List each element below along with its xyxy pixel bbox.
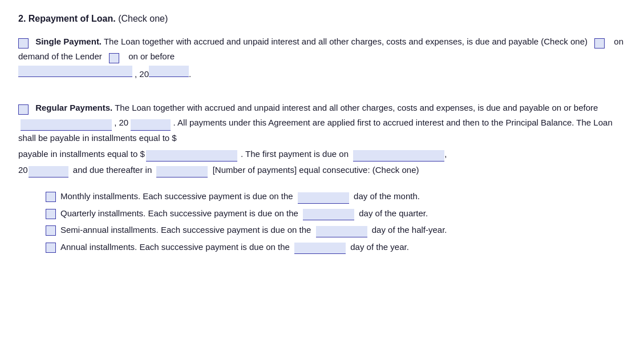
semiannual-day-input[interactable] <box>316 226 367 237</box>
regular-due-date-input[interactable] <box>21 119 112 131</box>
semiannual-suffix: day of the half-year. <box>372 225 447 235</box>
regular-payments-para1: Regular Payments. The Loan together with… <box>18 100 626 146</box>
monthly-content: Monthly installments. Each successive pa… <box>60 189 626 204</box>
first-payment-year-input[interactable] <box>29 166 68 177</box>
single-payment-checkbox[interactable] <box>18 38 29 49</box>
annual-content: Annual installments. Each successive pay… <box>60 240 626 255</box>
title-note: (Check one) <box>118 14 168 23</box>
regular-payments-checkbox[interactable] <box>18 104 29 115</box>
installment-options: Monthly installments. Each successive pa… <box>18 189 626 254</box>
demand-lender-checkbox[interactable] <box>594 38 605 49</box>
quarterly-label: Quarterly installments. Each successive … <box>60 208 298 218</box>
annual-checkbox[interactable] <box>46 243 56 253</box>
installment-amount-input[interactable] <box>146 150 237 162</box>
monthly-suffix: day of the month. <box>354 191 420 201</box>
single-payment-year-prefix: , 20 <box>135 67 149 82</box>
single-payment-date-input[interactable] <box>18 66 132 77</box>
monthly-checkbox[interactable] <box>46 192 56 202</box>
semiannual-content: Semi-annual installments. Each successiv… <box>60 223 626 237</box>
single-payment-year-input[interactable] <box>149 66 189 77</box>
monthly-label: Monthly installments. Each successive pa… <box>60 191 293 201</box>
annual-installment-item: Annual installments. Each successive pay… <box>46 240 626 255</box>
regular-payments-label: Regular Payments. <box>35 103 112 112</box>
regular-text4: . The first payment is due on <box>241 149 349 159</box>
annual-day-input[interactable] <box>294 243 346 254</box>
annual-label: Annual installments. Each successive pay… <box>60 242 290 252</box>
title-text: 2. Repayment of Loan. <box>18 14 116 23</box>
regular-year-prefix: , 20 <box>114 118 128 127</box>
single-payment-block: Single Payment. The Loan together with a… <box>18 34 626 81</box>
quarterly-day-input[interactable] <box>303 209 354 220</box>
regular-text7: [Number of payments] equal consecutive: … <box>213 165 419 175</box>
single-payment-text1: The Loan together with accrued and unpai… <box>104 37 588 46</box>
semiannual-label: Semi-annual installments. Each successiv… <box>60 225 311 235</box>
regular-payments-block: Regular Payments. The Loan together with… <box>18 100 626 177</box>
page-container: 2. Repayment of Loan. (Check one) Single… <box>18 14 626 254</box>
single-payment-date-line: , 20 . <box>18 66 626 82</box>
quarterly-content: Quarterly installments. Each successive … <box>60 206 626 221</box>
section-title: 2. Repayment of Loan. (Check one) <box>18 14 626 24</box>
regular-payments-text1: The Loan together with accrued and unpai… <box>115 103 598 112</box>
on-or-before-checkbox[interactable] <box>109 53 119 63</box>
quarterly-checkbox[interactable] <box>46 209 56 219</box>
regular-payments-para2: payable in installments equal to $ . The… <box>18 147 626 162</box>
single-payment-para: Single Payment. The Loan together with a… <box>18 34 626 64</box>
on-or-before-text: on or before <box>128 51 175 61</box>
num-payments-input[interactable] <box>156 166 208 177</box>
semiannual-installment-item: Semi-annual installments. Each successiv… <box>46 223 626 237</box>
annual-suffix: day of the year. <box>350 242 409 252</box>
quarterly-suffix: day of the quarter. <box>359 208 428 218</box>
single-payment-label: Single Payment. <box>35 37 102 46</box>
quarterly-installment-item: Quarterly installments. Each successive … <box>46 206 626 221</box>
monthly-day-input[interactable] <box>298 192 349 204</box>
first-payment-date-input[interactable] <box>353 150 444 162</box>
semiannual-checkbox[interactable] <box>46 225 56 236</box>
regular-payments-para3: 20 and due thereafter in [Number of paym… <box>18 163 626 177</box>
regular-year-input[interactable] <box>131 119 171 131</box>
monthly-installment-item: Monthly installments. Each successive pa… <box>46 189 626 204</box>
regular-text6: and due thereafter in <box>73 165 152 175</box>
single-payment-period: . <box>189 67 191 82</box>
